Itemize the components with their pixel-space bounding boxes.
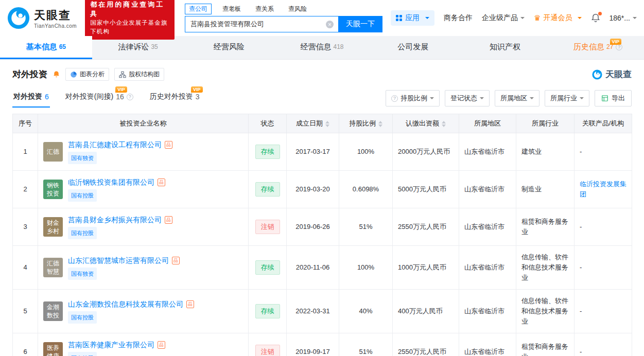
filter-label: 所属地区 (500, 94, 527, 103)
main-content: 对外投资 图表分析 股权结构图 (0, 60, 644, 356)
promo-line1: 都在用的商业查询工具 (90, 0, 169, 19)
col-label: 序号 (19, 119, 32, 127)
filter-shareholding-ratio[interactable]: 持股比例 (386, 90, 440, 106)
establish-date: 2022-03-31 (295, 307, 330, 315)
row-index: 3 (23, 223, 27, 230)
status-badge: 注销 (255, 345, 280, 356)
equity-chart-icon[interactable] (165, 216, 172, 224)
equity-chart-icon[interactable] (172, 257, 180, 264)
enterprise-products-menu[interactable]: 企业级产品 (482, 13, 525, 23)
subscribed-capital: 20000万元人民币 (398, 148, 450, 155)
table-row: 5 金潮数投 山东金潮数投信息科技发展有限公司 国有控股 存续 (13, 290, 632, 333)
equity-chart-icon[interactable] (158, 341, 165, 349)
region: 山东省临沂市 (464, 307, 504, 315)
search-block: 查公司 查老板 查关系 查风险 天眼一下 (185, 4, 382, 32)
monitor-bell-icon[interactable] (53, 70, 60, 78)
subtab-label: 历史对外投资 (150, 92, 193, 101)
business-cooperation-label: 商务合作 (444, 13, 473, 23)
clear-search-icon[interactable] (326, 21, 334, 28)
user-account-menu[interactable]: 186*... (610, 14, 637, 22)
col-shareholding-ratio[interactable]: 持股比例 (339, 114, 393, 133)
top-right-nav: 应用 商务合作 企业级产品 开通会员 186*... (391, 10, 637, 26)
subtab-historical-investment[interactable]: VIP 历史对外投资 3 (149, 89, 201, 108)
company-name-link[interactable]: 莒南县财金乡村振兴有限公司 (68, 215, 162, 225)
export-button[interactable]: 导出 (595, 90, 632, 106)
notifications-bell[interactable] (591, 13, 600, 23)
chevron-down-icon (480, 97, 484, 101)
col-label: 认缴出资额 (406, 119, 439, 127)
region: 山东省临沂市 (464, 348, 504, 355)
industry: 制造业 (521, 185, 542, 193)
filter-industry[interactable]: 所属行业 (545, 90, 589, 106)
subtab-label: 对外投资 (13, 92, 42, 101)
chart-analysis-button[interactable]: 图表分析 (65, 68, 109, 81)
filter-region[interactable]: 所属地区 (495, 90, 539, 106)
related-org: - (580, 307, 582, 315)
business-cooperation-link[interactable]: 商务合作 (444, 13, 473, 23)
company-name-link[interactable]: 山东金潮数投信息科技发展有限公司 (68, 299, 183, 309)
sort-icon[interactable] (378, 121, 382, 127)
tab-basic-info[interactable]: 基本信息 65 (0, 36, 92, 59)
equity-structure-button[interactable]: 股权结构图 (114, 68, 164, 81)
row-index: 6 (23, 348, 27, 355)
chevron-down-icon (425, 17, 429, 21)
tianyancha-watermark: 天眼查 (592, 68, 632, 80)
col-subscribed-capital[interactable]: 认缴出资额 (393, 114, 459, 133)
search-tab-relation[interactable]: 查关系 (252, 4, 277, 14)
col-index: 序号 (13, 114, 38, 133)
industry: 租赁和商务服务业 (521, 343, 568, 356)
tianyancha-logo[interactable]: 天眼查 TianYanCha.com (7, 7, 77, 29)
chevron-down-icon (530, 97, 534, 101)
row-index: 4 (23, 263, 27, 271)
chevron-down-icon (430, 97, 434, 101)
company-name-link[interactable]: 临沂钢铁投资集团有限公司 (68, 177, 154, 187)
search-tab-company[interactable]: 查公司 (185, 4, 212, 14)
col-company: 被投资企业名称 (38, 114, 249, 133)
search-tab-risk[interactable]: 查风险 (285, 4, 310, 14)
crown-icon (534, 13, 541, 23)
col-establish-date[interactable]: 成立日期 (287, 114, 339, 133)
related-org: - (580, 148, 582, 155)
help-icon[interactable] (127, 94, 133, 100)
row-index: 1 (23, 148, 27, 155)
filter-registration-status[interactable]: 登记状态 (445, 90, 490, 106)
status-badge: 存续 (255, 304, 280, 318)
subtab-label: 对外投资(间接) (65, 92, 113, 101)
related-org: - (580, 223, 582, 230)
shareholding-ratio: 51% (359, 223, 372, 230)
region: 山东省临沂市 (464, 223, 504, 230)
tab-count: 35 (151, 43, 158, 50)
company-name-link[interactable]: 莒南县汇德建设工程有限公司 (68, 139, 162, 150)
search-button[interactable]: 天眼一下 (338, 16, 382, 32)
search-tab-boss[interactable]: 查老板 (219, 4, 245, 14)
col-region: 所属地区 (459, 114, 516, 133)
chevron-down-icon (578, 17, 582, 21)
equity-chart-icon[interactable] (186, 300, 194, 308)
subtab-indirect-investment[interactable]: VIP 对外投资(间接) 16 (64, 89, 134, 108)
brand-name: 天眼查 (34, 8, 77, 23)
related-org-link[interactable]: 临沂投资发展集团 (580, 180, 626, 198)
sort-icon[interactable] (325, 121, 329, 127)
filter-label: 持股比例 (401, 94, 427, 103)
tab-legal-proceedings[interactable]: 法律诉讼 35 (92, 36, 184, 59)
col-label: 被投资企业名称 (120, 119, 167, 127)
tab-business-risk[interactable]: 经营风险 (184, 36, 276, 59)
company-name-link[interactable]: 山东汇德智慧城市运营有限公司 (68, 255, 169, 265)
subtab-outbound-investment[interactable]: 对外投资 6 (12, 89, 50, 108)
equity-chart-icon[interactable] (158, 179, 165, 186)
equity-chart-icon[interactable] (165, 141, 172, 149)
apps-button[interactable]: 应用 (391, 10, 434, 26)
search-row: 天眼一下 (185, 16, 382, 32)
open-membership-menu[interactable]: 开通会员 (534, 13, 581, 23)
company-name-link[interactable]: 莒南医养健康产业有限公司 (68, 340, 154, 350)
tab-company-development[interactable]: 公司发展 (368, 36, 460, 59)
tab-history-info[interactable]: VIP 历史信息 27 (552, 36, 644, 59)
table-row: 4 汇德智慧 山东汇德智慧城市运营有限公司 国有独资 存续 (13, 246, 632, 290)
tab-business-info[interactable]: 经营信息 418 (276, 36, 368, 59)
tab-intellectual-property[interactable]: 知识产权 (460, 36, 552, 59)
sort-icon[interactable] (442, 121, 446, 127)
vip-badge: VIP (610, 39, 622, 45)
filter-label: 所属行业 (550, 94, 577, 103)
search-input[interactable] (185, 16, 338, 32)
industry: 信息传输、软件和信息技术服务业 (521, 297, 568, 325)
